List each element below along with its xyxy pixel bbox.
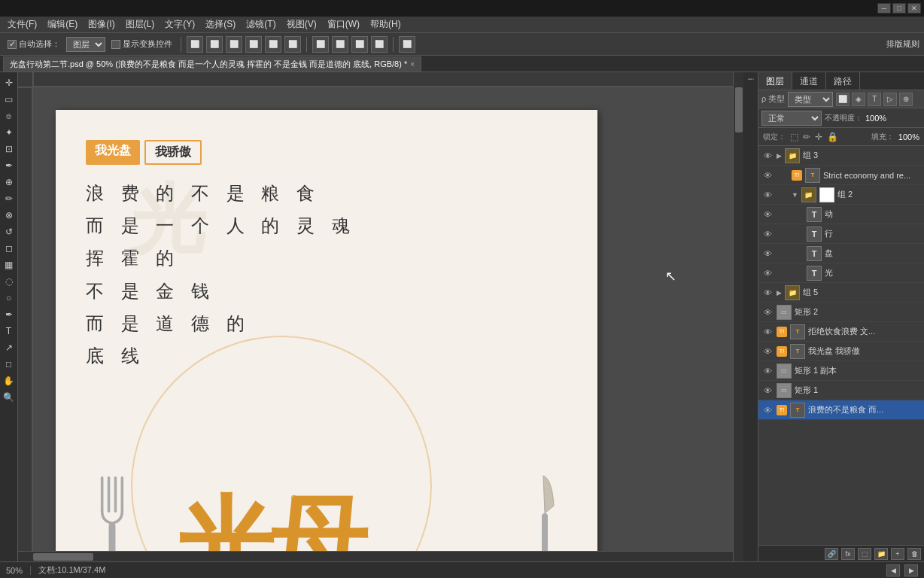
layer-visibility-toggle[interactable]: 👁 bbox=[761, 404, 774, 416]
tab-channels[interactable]: 通道 bbox=[792, 72, 826, 90]
distribute2-button[interactable]: ⬜ bbox=[332, 36, 348, 53]
pen-tool[interactable]: ✒ bbox=[2, 307, 17, 322]
autoselect-type-select[interactable]: 图层 bbox=[66, 37, 105, 52]
filter-text-btn[interactable]: T bbox=[868, 93, 881, 106]
autoselect-checkbox[interactable]: ✓ bbox=[8, 40, 17, 49]
menu-filter[interactable]: 滤镜(T) bbox=[242, 17, 280, 32]
add-mask-btn[interactable]: ⬚ bbox=[858, 548, 871, 560]
layer-item[interactable]: 👁 ▶ 📁 组 3 bbox=[758, 146, 924, 166]
layer-visibility-toggle[interactable]: 👁 bbox=[761, 228, 774, 240]
menu-layer[interactable]: 图层(L) bbox=[121, 17, 160, 32]
show-transform-toggle[interactable]: 显示变换控件 bbox=[108, 37, 175, 51]
tab-layers[interactable]: 图层 bbox=[758, 72, 792, 90]
layer-visibility-toggle[interactable]: 👁 bbox=[761, 365, 774, 377]
layer-visibility-toggle[interactable]: 👁 bbox=[761, 208, 774, 221]
layer-visibility-toggle[interactable]: 👁 bbox=[761, 287, 774, 299]
layer-visibility-toggle[interactable]: 👁 bbox=[761, 189, 774, 201]
lock-all-icon[interactable]: 🔒 bbox=[827, 132, 838, 142]
lock-image-icon[interactable]: ✏ bbox=[803, 132, 810, 142]
layer-visibility-toggle[interactable]: 👁 bbox=[761, 306, 774, 318]
distribute4-button[interactable]: ⬜ bbox=[371, 36, 388, 53]
align-right-button[interactable]: ⬜ bbox=[226, 36, 242, 53]
gradient-tool[interactable]: ▦ bbox=[2, 257, 17, 272]
layer-item[interactable]: 👁 ▶ 📁 组 5 bbox=[758, 283, 924, 303]
layer-item[interactable]: 👁 T 光 bbox=[758, 263, 924, 283]
move-tool[interactable]: ✛ bbox=[2, 75, 17, 90]
menu-help[interactable]: 帮助(H) bbox=[366, 17, 406, 32]
magic-wand-tool[interactable]: ✦ bbox=[2, 125, 17, 140]
maximize-button[interactable]: □ bbox=[892, 3, 906, 14]
layer-visibility-toggle[interactable]: 👁 bbox=[761, 345, 774, 357]
layer-item[interactable]: 👁 T! T Strict economy and re... bbox=[758, 166, 924, 185]
blend-mode-select[interactable]: 正常 bbox=[761, 111, 822, 126]
menu-file[interactable]: 文件(F) bbox=[3, 17, 41, 32]
menu-text[interactable]: 文字(Y) bbox=[160, 17, 199, 32]
window-controls[interactable]: ─ □ ✕ bbox=[877, 3, 921, 14]
layer-item[interactable]: 👁 T 行 bbox=[758, 224, 924, 244]
delete-layer-btn[interactable]: 🗑 bbox=[907, 548, 921, 560]
tab-paths[interactable]: 路径 bbox=[826, 72, 860, 90]
eyedropper-tool[interactable]: ✒ bbox=[2, 158, 17, 173]
dodge-tool[interactable]: ○ bbox=[2, 291, 17, 306]
canvas-wrapper[interactable]: 光 我光盘 我骄傲 浪 费 的 不 是 粮 食 而 是 一 个 人 的 灵 魂 … bbox=[33, 87, 733, 551]
select-tool[interactable]: ▭ bbox=[2, 92, 17, 107]
scrollbar-horizontal[interactable] bbox=[18, 551, 733, 561]
scroll-thumb-h[interactable] bbox=[33, 553, 93, 561]
properties-icon[interactable]: i bbox=[746, 75, 755, 83]
minimize-button[interactable]: ─ bbox=[877, 3, 891, 14]
layer-visibility-toggle[interactable]: 👁 bbox=[761, 267, 774, 279]
filter-shape-btn[interactable]: ▷ bbox=[883, 93, 897, 106]
auto-align-button[interactable]: ⬜ bbox=[399, 36, 415, 53]
new-layer-btn[interactable]: + bbox=[891, 548, 904, 560]
menu-window[interactable]: 窗口(W) bbox=[323, 17, 364, 32]
align-top-button[interactable]: ⬜ bbox=[245, 36, 262, 53]
layer-expand-icon[interactable]: ▶ bbox=[777, 289, 782, 297]
layer-item[interactable]: 👁 T! T 拒绝饮食浪费 文... bbox=[758, 322, 924, 342]
align-center-h-button[interactable]: ⬜ bbox=[206, 36, 223, 53]
path-select-tool[interactable]: ↗ bbox=[2, 340, 17, 355]
align-bottom-button[interactable]: ⬜ bbox=[284, 36, 301, 53]
filter-pixel-btn[interactable]: ⬜ bbox=[836, 93, 850, 106]
status-prev-btn[interactable]: ◀ bbox=[886, 564, 900, 576]
close-button[interactable]: ✕ bbox=[907, 3, 921, 14]
doc-tab-close[interactable]: × bbox=[410, 60, 415, 68]
menu-edit[interactable]: 编辑(E) bbox=[43, 17, 82, 32]
show-transform-checkbox[interactable] bbox=[111, 40, 120, 49]
new-group-btn[interactable]: 📁 bbox=[874, 548, 888, 560]
brush-tool[interactable]: ✏ bbox=[2, 191, 17, 206]
lock-position-icon[interactable]: ✛ bbox=[815, 132, 822, 142]
layer-item-selected[interactable]: 👁 T! T 浪费的不是粮食 而... bbox=[758, 400, 924, 420]
layers-list[interactable]: 👁 ▶ 📁 组 3 👁 T! T Strict economy and re..… bbox=[758, 146, 924, 545]
status-next-btn[interactable]: ▶ bbox=[904, 564, 918, 576]
lasso-tool[interactable]: ⌾ bbox=[2, 108, 17, 123]
layer-visibility-toggle[interactable]: 👁 bbox=[761, 248, 774, 260]
text-tool[interactable]: T bbox=[2, 324, 17, 339]
distribute1-button[interactable]: ⬜ bbox=[312, 36, 329, 53]
blur-tool[interactable]: ◌ bbox=[2, 274, 17, 289]
layer-visibility-toggle[interactable]: 👁 bbox=[761, 385, 774, 397]
crop-tool[interactable]: ⊡ bbox=[2, 141, 17, 157]
layer-item[interactable]: 👁 ▭ 矩形 1 副本 bbox=[758, 361, 924, 381]
clone-tool[interactable]: ⊗ bbox=[2, 208, 17, 223]
layer-expand-icon[interactable]: ▶ bbox=[777, 152, 782, 160]
scrollbar-vertical[interactable] bbox=[733, 72, 743, 561]
canvas-area[interactable]: 光 我光盘 我骄傲 浪 费 的 不 是 粮 食 而 是 一 个 人 的 灵 魂 … bbox=[18, 72, 743, 561]
layer-expand-icon[interactable]: ▼ bbox=[792, 191, 798, 199]
layer-visibility-toggle[interactable]: 👁 bbox=[761, 150, 774, 162]
align-center-v-button[interactable]: ⬜ bbox=[265, 36, 281, 53]
eraser-tool[interactable]: ◻ bbox=[2, 241, 17, 256]
filter-adjust-btn[interactable]: ◈ bbox=[852, 93, 865, 106]
layer-item[interactable]: 👁 T 盘 bbox=[758, 244, 924, 263]
layer-visibility-toggle[interactable]: 👁 bbox=[761, 169, 774, 181]
doc-tab[interactable]: 光盘行动第二节.psd @ 50% (浪费的不是粮食 而是一个人的灵魂 挥霍的 … bbox=[3, 56, 421, 71]
link-layers-btn[interactable]: 🔗 bbox=[825, 548, 838, 560]
layer-item[interactable]: 👁 ▭ 矩形 1 bbox=[758, 381, 924, 400]
scroll-thumb-v[interactable] bbox=[735, 87, 743, 132]
filter-smart-btn[interactable]: ⊕ bbox=[899, 93, 913, 106]
layer-visibility-toggle[interactable]: 👁 bbox=[761, 326, 774, 338]
lock-transparent-icon[interactable]: ⬚ bbox=[790, 132, 798, 142]
autoselect-toggle[interactable]: ✓ 自动选择： bbox=[5, 37, 63, 51]
distribute3-button[interactable]: ⬜ bbox=[351, 36, 368, 53]
menu-view[interactable]: 视图(V) bbox=[282, 17, 321, 32]
layer-item[interactable]: 👁 T 动 bbox=[758, 205, 924, 224]
